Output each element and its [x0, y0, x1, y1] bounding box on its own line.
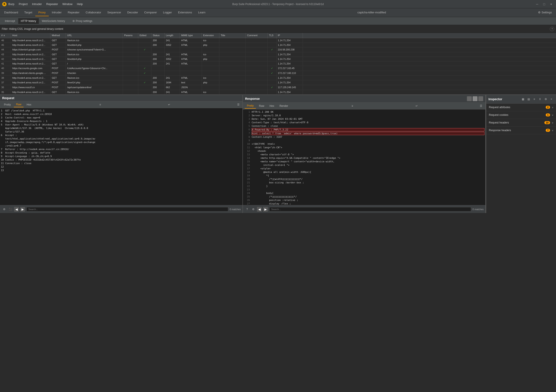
- nav-help[interactable]: Help: [77, 2, 83, 6]
- inspector-section-header[interactable]: Request attributes 2 ∨: [486, 104, 556, 111]
- request-prev-button[interactable]: ◀: [14, 207, 19, 212]
- request-newline-icon[interactable]: ↵: [167, 102, 172, 107]
- inspector-icon-2[interactable]: ▤: [526, 97, 531, 101]
- maximize-button[interactable]: □: [541, 1, 547, 7]
- response-tab-raw[interactable]: Raw: [257, 104, 266, 108]
- request-menu-icon[interactable]: ☰: [236, 102, 241, 107]
- response-tab-render[interactable]: Render: [277, 104, 290, 108]
- tab-dashboard[interactable]: Dashboard: [1, 9, 21, 16]
- response-prev-button[interactable]: ◀: [257, 207, 262, 212]
- response-view-list[interactable]: [478, 96, 483, 101]
- table-row[interactable]: 38 http://node4.anna.nssctf.cn:2... GET …: [0, 76, 556, 80]
- table-row[interactable]: 37 http://node4.anna.nssctf.cn:2... POST…: [0, 80, 556, 85]
- response-search-input[interactable]: [269, 207, 471, 211]
- response-wrap-icon[interactable]: ≡: [350, 104, 355, 108]
- inspector-icon-4[interactable]: ⇕: [538, 97, 542, 101]
- table-row[interactable]: 46 http://node4.anna.nssctf.cn:2... GET …: [0, 38, 556, 43]
- minimize-button[interactable]: ─: [534, 1, 540, 7]
- nav-repeater[interactable]: Repeater: [46, 2, 58, 6]
- tab-decoder[interactable]: Decoder: [124, 9, 141, 16]
- table-row[interactable]: 45 http://node4.anna.nssctf.cn:2... GET …: [0, 43, 556, 47]
- col-host[interactable]: Host: [11, 33, 50, 38]
- table-row[interactable]: 43 http://node4.anna.nssctf.cn:2... GET …: [0, 52, 556, 57]
- subtab-websockets[interactable]: WebSockets history: [39, 18, 68, 24]
- close-button[interactable]: ×: [548, 1, 554, 7]
- response-settings-icon[interactable]: ⚙: [251, 207, 256, 212]
- tab-extensions[interactable]: Extensions: [175, 9, 195, 16]
- request-line: 12: [1, 165, 242, 169]
- response-menu-icon[interactable]: ☰: [479, 104, 484, 108]
- response-newline-icon[interactable]: ↵: [414, 104, 419, 108]
- request-next-button[interactable]: ▶: [20, 207, 25, 212]
- tab-proxy[interactable]: Proxy: [35, 9, 49, 16]
- request-tab-pretty[interactable]: Pretty: [2, 102, 13, 107]
- tab-target[interactable]: Target: [21, 9, 35, 16]
- cell-ext: [202, 61, 219, 66]
- inspector-settings[interactable]: ⚙: [543, 97, 548, 101]
- nav-intruder[interactable]: Intruder: [32, 2, 42, 6]
- col-params[interactable]: Params: [123, 33, 138, 38]
- response-view-split[interactable]: [473, 96, 478, 101]
- inspector-close[interactable]: ×: [549, 97, 554, 101]
- proxy-settings-button[interactable]: ⚙ Proxy settings: [72, 20, 92, 23]
- col-mime[interactable]: MIME type: [180, 33, 202, 38]
- response-next-button[interactable]: ▶: [263, 207, 268, 212]
- request-tab-hex[interactable]: Hex: [24, 102, 33, 107]
- tab-comparer[interactable]: Comparer: [141, 9, 160, 16]
- response-view-grid[interactable]: [467, 96, 472, 101]
- table-row[interactable]: 36 https://www.nssctf.cn POST /api/user/…: [0, 85, 556, 90]
- col-title[interactable]: Title: [219, 33, 246, 38]
- cell-tls: [268, 52, 277, 57]
- subtab-http-history[interactable]: HTTP history: [18, 18, 39, 24]
- table-row[interactable]: 39 https://android.clients.google.... PO…: [0, 71, 556, 76]
- response-tab-pretty[interactable]: Pretty: [245, 103, 256, 108]
- settings-button[interactable]: ⚙ Settings: [535, 9, 555, 16]
- col-url[interactable]: URL: [66, 33, 123, 38]
- cell-num: 44: [0, 47, 11, 52]
- inspector-section-header[interactable]: Request headers 10 ∨: [486, 119, 556, 126]
- inspector-icon-3[interactable]: ≡: [532, 97, 537, 101]
- request-back-icon[interactable]: ⬛: [8, 207, 13, 212]
- col-length[interactable]: Length: [165, 33, 180, 38]
- request-search-input[interactable]: [26, 207, 228, 211]
- inspector-section-header[interactable]: Request cookies 1 ∨: [486, 111, 556, 119]
- inspector-section-header[interactable]: Response headers 7 ∨: [486, 127, 556, 134]
- request-tab-raw[interactable]: Raw: [14, 102, 23, 107]
- col-method[interactable]: Method: [50, 33, 66, 38]
- active-project[interactable]: captcha-killer-modified: [354, 9, 389, 16]
- col-tls[interactable]: TLS: [268, 33, 277, 38]
- subtab-intercept[interactable]: Intercept: [2, 18, 18, 24]
- request-settings-icon[interactable]: ⚙: [2, 207, 7, 212]
- tab-sequencer[interactable]: Sequencer: [104, 9, 124, 16]
- col-ip[interactable]: IP: [277, 33, 303, 38]
- inspector-icon-1[interactable]: ▦: [520, 97, 525, 101]
- response-line-num: 18: [244, 171, 250, 174]
- table-row[interactable]: 42 http://node4.anna.nssctf.cn:2... GET …: [0, 57, 556, 61]
- col-edited[interactable]: Edited: [138, 33, 151, 38]
- response-tab-hex[interactable]: Hex: [267, 104, 276, 108]
- response-help-icon[interactable]: ?: [245, 207, 249, 212]
- request-wrap-icon[interactable]: ≡: [98, 102, 102, 107]
- col-status[interactable]: Status: [151, 33, 165, 38]
- tab-intruder[interactable]: Intruder: [49, 9, 65, 16]
- response-line-num: 12: [244, 150, 250, 153]
- tab-repeater[interactable]: Repeater: [65, 9, 83, 16]
- table-row[interactable]: 35 http://node4.anna.nssctf.cn:2... GET …: [0, 90, 556, 94]
- cell-mime: HTML: [180, 90, 202, 94]
- response-line-num: 11: [244, 146, 250, 149]
- tab-collaborator[interactable]: Collaborator: [83, 9, 104, 16]
- col-comment[interactable]: Comment: [246, 33, 268, 38]
- filter-help-button[interactable]: ?: [550, 27, 554, 31]
- nav-project[interactable]: Project: [19, 2, 27, 6]
- tab-learn[interactable]: Learn: [195, 9, 208, 16]
- tab-logger[interactable]: Logger: [160, 9, 175, 16]
- table-row[interactable]: 44 https://clients4.google.com POST /chr…: [0, 47, 556, 52]
- cell-status: [151, 47, 165, 52]
- nav-burp[interactable]: Burp: [8, 2, 14, 6]
- table-row[interactable]: 41 http://node4.anna.nssctf.cn:2... GET …: [0, 61, 556, 66]
- table-row[interactable]: 40 https://accounts.google.com POST /Lis…: [0, 66, 556, 71]
- col-extension[interactable]: Extension: [202, 33, 219, 38]
- request-title: Request: [2, 96, 14, 100]
- nav-window[interactable]: Window: [62, 2, 72, 6]
- cell-host: http://node4.anna.nssctf.cn:2...: [11, 90, 50, 94]
